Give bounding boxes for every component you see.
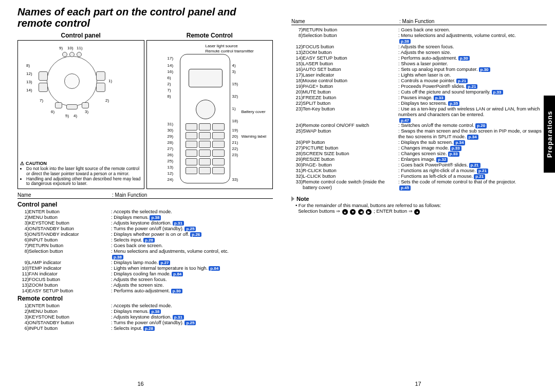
page-ref-badge: p.34 [454,140,465,145]
row-function: : Changes image mode.p.33 [398,145,547,151]
column-headers-left: Name : Main Function [17,192,273,198]
function-row: 26)PIP button: Displays the sub screen.p… [291,140,547,145]
row-number: 3) [17,314,29,320]
column-headers-right: Name : Main Function [291,18,547,24]
row-name: ENTER button [29,303,111,309]
function-row: 1)ENTER button: Accepts the selected mod… [17,209,273,215]
row-function: : Adjusts keystone distortion.p.31 [111,314,273,320]
function-row: 5)ON/STANDBY indicator: Displays whether… [17,232,273,237]
row-number: 20) [291,89,303,95]
row-name: MENU button [29,309,111,314]
row-function: : Shows a laser pointer. [398,61,547,67]
function-row: 1)ENTER button: Accepts the selected mod… [17,303,273,309]
control-panel-frame: 8) 12) 13) 14) 7) 6) 5) 4) 3) 2) 1) 9) 1… [17,40,144,189]
row-function: : Functions as right-click of a mouse.p.… [398,168,547,174]
remote-control-schematic: Laser light source Remote control transm… [149,43,271,186]
name-label: Name [17,192,112,198]
function-row: 8)Selection button: Menu selections and … [17,249,273,260]
row-name: KEYSTONE button [29,314,111,320]
row-function: : Sets the code of remote control to tha… [398,179,547,191]
page-ref-badge: p.21 [474,174,485,179]
page-ref-badge: p.28 [143,238,155,242]
row-number: 18) [291,78,303,84]
row-name: KEYSTONE button [29,220,111,226]
row-function: : Turns the power on/off (standby).p.25 [111,320,273,326]
row-function: : Functions as left-click of a mouse.p.2… [398,174,547,179]
row-number: 6) [17,237,29,243]
page-number-right: 17 [415,381,421,387]
row-name: FOCUS button [29,277,111,283]
row-name: L-CLICK button [303,174,398,179]
function-row: 21)FREEZE button: Pauses image.p.33 [291,95,547,101]
row-name: FAN indicator [29,271,111,277]
callout-warning: Warning label [242,134,267,139]
row-name: EASY SETUP button [303,55,398,61]
row-name: MENU button [29,215,111,220]
function-row: 17)Laser indicator: Lights when laser is… [291,72,547,78]
callout-rc-transmitter: Remote control transmitter [206,49,254,53]
row-function: : Displays two screens.p.35 [398,101,547,106]
page-ref-badge: p.33 [448,152,459,156]
function-row: 10)TEMP indicator: Lights when internal … [17,266,273,271]
side-tab-preparations: Preparations [544,96,555,173]
row-name: SWAP button [303,128,398,140]
note-line2a: Selection buttons ⇒ [298,209,342,214]
row-function: : Displays menus.p.38 [111,215,273,220]
row-name: SCREEN SIZE button [303,151,398,157]
row-function: : Controls a mouse pointer.p.21 [398,78,547,84]
page-ref-badge: p.25 [184,227,196,231]
function-row: 4)ON/STANDBY button: Turns the power on/… [17,226,273,232]
down-arrow-icon: ▼ [350,209,356,215]
row-number: 13) [291,50,303,55]
row-function: : Menu selections and adjustments, volum… [398,33,547,44]
function-row: 29)RESIZE button: Enlarges image.p.32 [291,157,547,162]
caution-item: Do not look into the laser light source … [26,166,142,177]
caution-list: Do not look into the laser light source … [20,166,142,186]
row-function: : Adjusts the screen size. [398,50,547,55]
function-row: 7)RETURN button: Goes back one screen. [17,243,273,249]
row-name: RETURN button [29,243,111,249]
function-row: 4)ON/STANDBY button: Turns the power on/… [17,320,273,326]
row-number: 14) [17,288,29,294]
function-row: 30)PAGE- button: Goes back PowerPoint® s… [291,162,547,168]
function-row: 32)L-CLICK button: Functions as left-cli… [291,174,547,179]
row-number: 27) [291,145,303,151]
row-name: RETURN button [303,27,398,33]
page-ref-badge: p.21 [469,163,480,167]
row-number: 13) [17,283,29,288]
function-row: 13)ZOOM button: Adjusts the screen size. [291,50,547,55]
function-row: 8)Selection button: Menu selections and … [291,33,547,44]
row-number: 10) [17,266,29,271]
control-panel-section-head: Control panel [17,201,273,208]
callout-battery: Battery cover [242,109,266,114]
enter-icon: ● [414,209,420,215]
row-number: 12) [17,277,29,283]
row-number: 15) [291,61,303,67]
row-name: SPLIT button [303,101,398,106]
row-name: INPUT button [29,237,111,243]
row-name: PIP button [303,140,398,145]
row-name: EASY SETUP button [29,288,111,294]
row-name: PAGE+ button [303,84,398,89]
callout-laser-light: Laser light source [206,44,238,48]
page-ref-badge: p.31 [173,221,184,226]
function-row: 6)INPUT button: Selects input.p.28 [17,237,273,243]
caution-box: CAUTION Do not look into the laser light… [20,161,142,186]
row-number: 19) [291,84,303,89]
row-function: : Displays the sub screen.p.34 [398,140,547,145]
row-function: : Lights when laser is on. [398,72,547,78]
row-number: 14) [291,55,303,61]
caution-title: CAUTION [20,161,142,166]
row-number: 3) [17,220,29,226]
row-number: 29) [291,157,303,162]
row-function: : Lights when internal temperature is to… [111,266,273,271]
right-arrow-icon: ▶ [366,209,372,215]
main-fn-label: : Main Function [112,192,273,198]
page-ref-badge: p.84 [209,266,220,271]
function-row: 7)RETURN button: Goes back one screen. [291,27,547,33]
row-function: : Pauses image.p.33 [398,95,547,101]
row-function: : Adjusts the screen focus. [111,277,273,283]
row-number: 26) [291,140,303,145]
function-row: 33)Remote control code switch (inside th… [291,179,547,191]
row-number: 8) [291,33,303,44]
